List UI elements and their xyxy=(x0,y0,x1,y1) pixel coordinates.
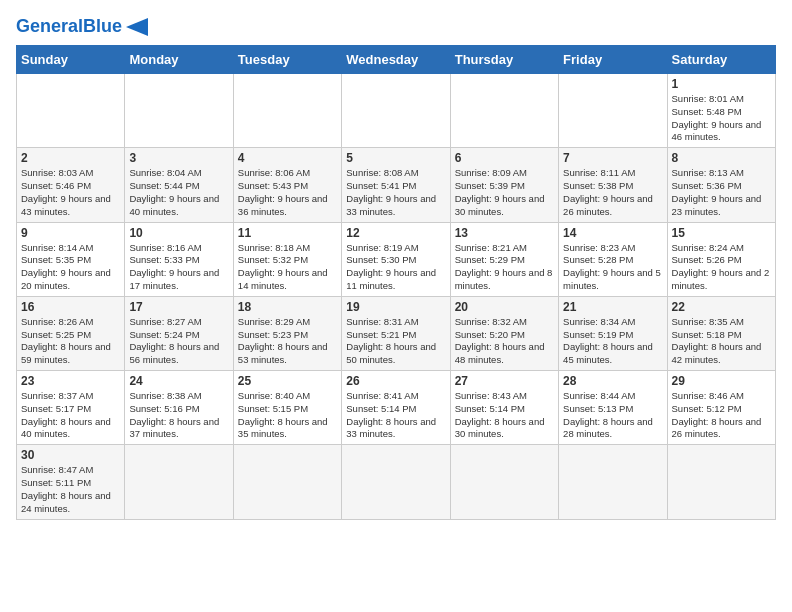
weekday-header-thursday: Thursday xyxy=(450,46,558,74)
day-number: 20 xyxy=(455,300,554,314)
weekday-header-tuesday: Tuesday xyxy=(233,46,341,74)
calendar-cell xyxy=(559,445,667,519)
calendar-cell xyxy=(342,445,450,519)
calendar-header-row: SundayMondayTuesdayWednesdayThursdayFrid… xyxy=(17,46,776,74)
day-number: 9 xyxy=(21,226,120,240)
calendar-cell: 4Sunrise: 8:06 AM Sunset: 5:43 PM Daylig… xyxy=(233,148,341,222)
day-number: 23 xyxy=(21,374,120,388)
logo-icon xyxy=(126,18,148,36)
day-info: Sunrise: 8:04 AM Sunset: 5:44 PM Dayligh… xyxy=(129,167,228,218)
calendar-cell xyxy=(125,445,233,519)
calendar-table: SundayMondayTuesdayWednesdayThursdayFrid… xyxy=(16,45,776,520)
day-number: 15 xyxy=(672,226,771,240)
calendar-cell xyxy=(125,74,233,148)
calendar-cell: 19Sunrise: 8:31 AM Sunset: 5:21 PM Dayli… xyxy=(342,296,450,370)
day-info: Sunrise: 8:32 AM Sunset: 5:20 PM Dayligh… xyxy=(455,316,554,367)
day-number: 8 xyxy=(672,151,771,165)
calendar-cell xyxy=(450,74,558,148)
calendar-week-row: 30Sunrise: 8:47 AM Sunset: 5:11 PM Dayli… xyxy=(17,445,776,519)
day-number: 19 xyxy=(346,300,445,314)
day-info: Sunrise: 8:14 AM Sunset: 5:35 PM Dayligh… xyxy=(21,242,120,293)
day-info: Sunrise: 8:18 AM Sunset: 5:32 PM Dayligh… xyxy=(238,242,337,293)
day-number: 12 xyxy=(346,226,445,240)
calendar-cell: 29Sunrise: 8:46 AM Sunset: 5:12 PM Dayli… xyxy=(667,371,775,445)
day-info: Sunrise: 8:31 AM Sunset: 5:21 PM Dayligh… xyxy=(346,316,445,367)
calendar-cell: 9Sunrise: 8:14 AM Sunset: 5:35 PM Daylig… xyxy=(17,222,125,296)
calendar-cell: 13Sunrise: 8:21 AM Sunset: 5:29 PM Dayli… xyxy=(450,222,558,296)
day-number: 24 xyxy=(129,374,228,388)
weekday-header-saturday: Saturday xyxy=(667,46,775,74)
day-info: Sunrise: 8:40 AM Sunset: 5:15 PM Dayligh… xyxy=(238,390,337,441)
calendar-cell: 11Sunrise: 8:18 AM Sunset: 5:32 PM Dayli… xyxy=(233,222,341,296)
day-number: 13 xyxy=(455,226,554,240)
weekday-header-sunday: Sunday xyxy=(17,46,125,74)
day-info: Sunrise: 8:21 AM Sunset: 5:29 PM Dayligh… xyxy=(455,242,554,293)
day-number: 27 xyxy=(455,374,554,388)
day-info: Sunrise: 8:38 AM Sunset: 5:16 PM Dayligh… xyxy=(129,390,228,441)
calendar-cell xyxy=(233,445,341,519)
calendar-cell: 16Sunrise: 8:26 AM Sunset: 5:25 PM Dayli… xyxy=(17,296,125,370)
logo-text: GeneralBlue xyxy=(16,16,122,37)
day-info: Sunrise: 8:43 AM Sunset: 5:14 PM Dayligh… xyxy=(455,390,554,441)
logo-blue: Blue xyxy=(83,16,122,36)
calendar-cell: 5Sunrise: 8:08 AM Sunset: 5:41 PM Daylig… xyxy=(342,148,450,222)
day-number: 11 xyxy=(238,226,337,240)
day-info: Sunrise: 8:24 AM Sunset: 5:26 PM Dayligh… xyxy=(672,242,771,293)
day-info: Sunrise: 8:47 AM Sunset: 5:11 PM Dayligh… xyxy=(21,464,120,515)
day-info: Sunrise: 8:19 AM Sunset: 5:30 PM Dayligh… xyxy=(346,242,445,293)
day-number: 21 xyxy=(563,300,662,314)
day-number: 29 xyxy=(672,374,771,388)
day-number: 6 xyxy=(455,151,554,165)
calendar-cell: 23Sunrise: 8:37 AM Sunset: 5:17 PM Dayli… xyxy=(17,371,125,445)
calendar-cell: 18Sunrise: 8:29 AM Sunset: 5:23 PM Dayli… xyxy=(233,296,341,370)
day-info: Sunrise: 8:11 AM Sunset: 5:38 PM Dayligh… xyxy=(563,167,662,218)
day-number: 28 xyxy=(563,374,662,388)
day-number: 4 xyxy=(238,151,337,165)
day-number: 17 xyxy=(129,300,228,314)
day-number: 14 xyxy=(563,226,662,240)
calendar-cell: 1Sunrise: 8:01 AM Sunset: 5:48 PM Daylig… xyxy=(667,74,775,148)
day-info: Sunrise: 8:06 AM Sunset: 5:43 PM Dayligh… xyxy=(238,167,337,218)
calendar-cell: 28Sunrise: 8:44 AM Sunset: 5:13 PM Dayli… xyxy=(559,371,667,445)
day-info: Sunrise: 8:26 AM Sunset: 5:25 PM Dayligh… xyxy=(21,316,120,367)
calendar-cell: 26Sunrise: 8:41 AM Sunset: 5:14 PM Dayli… xyxy=(342,371,450,445)
logo-general: General xyxy=(16,16,83,36)
calendar-cell: 6Sunrise: 8:09 AM Sunset: 5:39 PM Daylig… xyxy=(450,148,558,222)
day-number: 18 xyxy=(238,300,337,314)
calendar-cell: 7Sunrise: 8:11 AM Sunset: 5:38 PM Daylig… xyxy=(559,148,667,222)
day-info: Sunrise: 8:29 AM Sunset: 5:23 PM Dayligh… xyxy=(238,316,337,367)
calendar-cell: 30Sunrise: 8:47 AM Sunset: 5:11 PM Dayli… xyxy=(17,445,125,519)
day-number: 25 xyxy=(238,374,337,388)
day-number: 10 xyxy=(129,226,228,240)
logo: GeneralBlue xyxy=(16,16,148,37)
weekday-header-monday: Monday xyxy=(125,46,233,74)
calendar-week-row: 2Sunrise: 8:03 AM Sunset: 5:46 PM Daylig… xyxy=(17,148,776,222)
day-info: Sunrise: 8:16 AM Sunset: 5:33 PM Dayligh… xyxy=(129,242,228,293)
calendar-cell xyxy=(559,74,667,148)
day-number: 30 xyxy=(21,448,120,462)
day-number: 3 xyxy=(129,151,228,165)
day-number: 16 xyxy=(21,300,120,314)
calendar-cell: 8Sunrise: 8:13 AM Sunset: 5:36 PM Daylig… xyxy=(667,148,775,222)
day-info: Sunrise: 8:41 AM Sunset: 5:14 PM Dayligh… xyxy=(346,390,445,441)
day-info: Sunrise: 8:23 AM Sunset: 5:28 PM Dayligh… xyxy=(563,242,662,293)
calendar-cell: 17Sunrise: 8:27 AM Sunset: 5:24 PM Dayli… xyxy=(125,296,233,370)
calendar-cell: 24Sunrise: 8:38 AM Sunset: 5:16 PM Dayli… xyxy=(125,371,233,445)
day-info: Sunrise: 8:34 AM Sunset: 5:19 PM Dayligh… xyxy=(563,316,662,367)
calendar-cell: 14Sunrise: 8:23 AM Sunset: 5:28 PM Dayli… xyxy=(559,222,667,296)
calendar-week-row: 16Sunrise: 8:26 AM Sunset: 5:25 PM Dayli… xyxy=(17,296,776,370)
day-info: Sunrise: 8:08 AM Sunset: 5:41 PM Dayligh… xyxy=(346,167,445,218)
calendar-cell xyxy=(233,74,341,148)
day-info: Sunrise: 8:35 AM Sunset: 5:18 PM Dayligh… xyxy=(672,316,771,367)
calendar-cell: 12Sunrise: 8:19 AM Sunset: 5:30 PM Dayli… xyxy=(342,222,450,296)
weekday-header-friday: Friday xyxy=(559,46,667,74)
calendar-cell: 10Sunrise: 8:16 AM Sunset: 5:33 PM Dayli… xyxy=(125,222,233,296)
calendar-week-row: 9Sunrise: 8:14 AM Sunset: 5:35 PM Daylig… xyxy=(17,222,776,296)
calendar-cell: 3Sunrise: 8:04 AM Sunset: 5:44 PM Daylig… xyxy=(125,148,233,222)
day-info: Sunrise: 8:03 AM Sunset: 5:46 PM Dayligh… xyxy=(21,167,120,218)
day-number: 2 xyxy=(21,151,120,165)
day-number: 26 xyxy=(346,374,445,388)
calendar-cell xyxy=(450,445,558,519)
page-header: GeneralBlue xyxy=(16,16,776,37)
calendar-week-row: 1Sunrise: 8:01 AM Sunset: 5:48 PM Daylig… xyxy=(17,74,776,148)
